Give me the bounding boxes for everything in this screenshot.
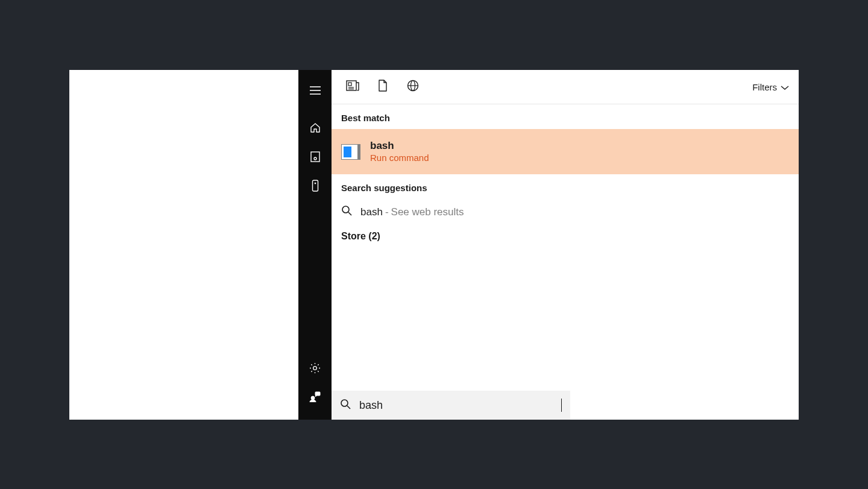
- svg-point-19: [341, 400, 348, 406]
- filters-label: Filters: [752, 82, 777, 92]
- search-icon: [340, 399, 359, 412]
- search-scope-tabs: Filters: [332, 70, 799, 104]
- newspaper-icon: [346, 80, 359, 93]
- search-results-column: Filters Best match bash Run command Sear…: [332, 70, 799, 420]
- globe-icon: [407, 80, 419, 94]
- section-best-match: Best match: [332, 104, 799, 129]
- settings-button[interactable]: [298, 355, 332, 383]
- web-suggestion[interactable]: bash - See web results: [332, 199, 799, 225]
- svg-line-18: [348, 212, 351, 215]
- search-bar[interactable]: [332, 391, 570, 420]
- home-icon: [310, 122, 321, 136]
- feedback-button[interactable]: [298, 383, 332, 412]
- home-button[interactable]: [298, 115, 332, 144]
- search-input[interactable]: [359, 399, 562, 412]
- text-caret: [561, 399, 562, 412]
- svg-line-20: [347, 406, 350, 409]
- chevron-down-icon: [777, 82, 789, 92]
- svg-rect-5: [312, 180, 318, 191]
- tab-web[interactable]: [398, 72, 428, 102]
- svg-rect-11: [348, 83, 351, 86]
- svg-point-4: [314, 157, 316, 160]
- svg-point-6: [315, 183, 316, 184]
- person-feedback-icon: [309, 391, 321, 405]
- svg-point-8: [311, 396, 315, 400]
- tab-apps[interactable]: [338, 72, 368, 102]
- command-app-icon: [341, 144, 360, 160]
- apps-button[interactable]: [298, 144, 332, 172]
- svg-point-7: [313, 366, 317, 370]
- hamburger-menu-button[interactable]: [298, 77, 332, 106]
- suggestion-term: bash: [360, 206, 383, 218]
- suggestion-suffix: See web results: [391, 206, 464, 218]
- svg-point-17: [342, 206, 349, 213]
- remote-icon: [312, 180, 319, 194]
- section-store[interactable]: Store (2): [332, 225, 799, 248]
- best-match-result[interactable]: bash Run command: [332, 129, 799, 174]
- start-search-panel: Filters Best match bash Run command Sear…: [298, 70, 799, 420]
- document-icon: [378, 80, 388, 94]
- tab-documents[interactable]: [368, 72, 398, 102]
- filters-dropdown[interactable]: Filters: [752, 82, 789, 92]
- remote-button[interactable]: [298, 172, 332, 201]
- section-suggestions: Search suggestions: [332, 174, 799, 199]
- best-match-subtitle: Run command: [370, 152, 429, 164]
- desktop-area: Filters Best match bash Run command Sear…: [69, 70, 799, 420]
- apps-icon: [310, 151, 320, 165]
- best-match-title: bash: [370, 139, 429, 152]
- search-icon: [341, 205, 360, 219]
- svg-rect-9: [315, 392, 320, 396]
- start-sidebar: [298, 70, 332, 420]
- gear-icon: [309, 362, 321, 376]
- hamburger-icon: [310, 86, 321, 97]
